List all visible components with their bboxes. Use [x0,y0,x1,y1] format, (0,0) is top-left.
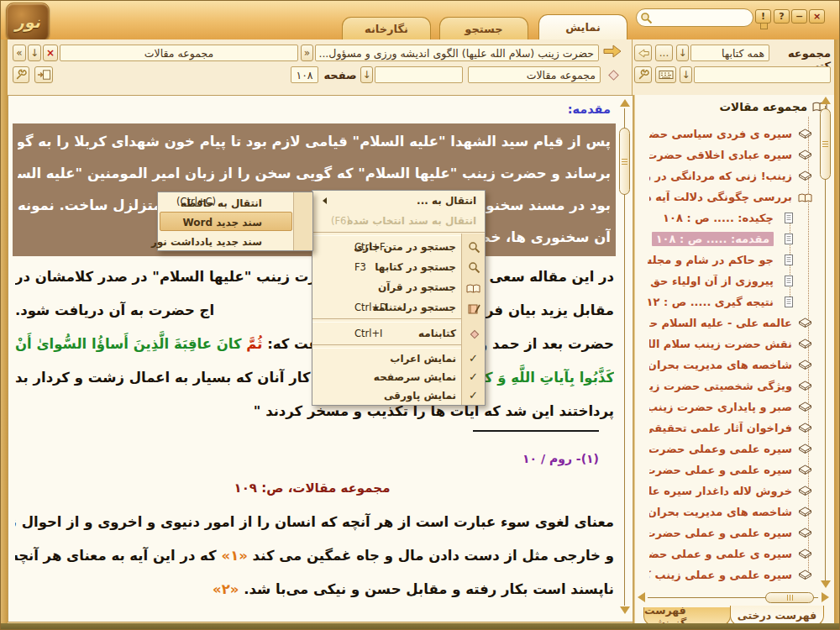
tree-item[interactable]: ویژگی شخصیتی حضرت زینب [638,375,834,396]
tree-item[interactable]: شاخصه های مدیریت بحران بر- [638,501,834,522]
context-menu-item[interactable]: جستجو در قرآن [312,277,485,297]
context-menu-item[interactable]: جستجو درلغتنامهCtrl+D [312,297,485,318]
page-dropdown-button[interactable]: ↓ [360,66,373,83]
tree-item[interactable]: عالمه علی - علیه السلام حضر [638,312,834,333]
tree-item[interactable]: نتیجه گیری ..... ص : ۱۱۲ [638,291,834,312]
tree-item[interactable]: شاخصه های مدیریت بحران بر- [638,354,834,375]
index-sidebar: مجموعه مقالات سیره ی فردی سیاسی حضرت زسی… [635,95,834,624]
context-menu-item[interactable]: کتابنامهCtrl+I [312,323,485,344]
context-menu-item[interactable]: جستجو در متن جاریCtrl+F [312,237,485,257]
tree-item[interactable]: جو حاکم در شام و مجلس یز [638,249,834,270]
goto-page-button[interactable] [34,66,53,83]
expand-button[interactable]: » [301,45,313,61]
book-icon [798,149,812,165]
sidebar-wrench-button[interactable] [634,66,652,83]
tree-item[interactable]: سیره علمی وعملی حضرت زینـ [638,438,834,459]
sidebar-search-field[interactable] [694,66,831,83]
tree-item[interactable]: نقش حضرت زینب سلام الله عل [638,333,834,354]
context-menu-item[interactable]: نمایش پاورقی✓ [312,386,485,405]
context-menu-item[interactable]: انتقال به سند انتخاب شده(F6) [312,211,485,231]
content-scroll-thumb[interactable] [619,128,630,195]
context-menu-item[interactable]: انتقال به ... [312,191,485,211]
sidebar-scroll-down-arrow[interactable] [821,580,831,588]
tree-item[interactable]: بررسی چگونگی دلالت آیه ده ٠ [638,186,834,207]
menu-item-label: نمایش سرصفحه [374,368,456,386]
tab-gallery[interactable]: نگارخانه [342,17,431,39]
books-combo-field[interactable]: همه کتابها [690,45,769,61]
close-button[interactable]: × [809,9,825,24]
alert-button[interactable]: ! [755,9,771,24]
book-icon [798,359,812,375]
menu-item-label: سند جدید یادداشت نور [151,236,262,248]
doc-icon [784,233,794,249]
checkmark-icon: ✓ [469,368,478,386]
virtual-keyboard-button[interactable] [655,66,676,83]
document-title-field[interactable]: حضرت زینب (سلام الله علیها) الگوی اندیشه… [315,45,599,61]
content-scroll-up-arrow[interactable] [620,99,630,107]
tree-item[interactable]: خروش لاله داغدار سیره علمی و [638,480,834,501]
tab-display[interactable]: نمایش [538,14,627,39]
book-icon [798,401,812,417]
tree-item[interactable]: سیره ی فردی سیاسی حضرت ز [638,123,834,144]
more-options-button[interactable]: ... [655,45,673,61]
content-line: پس از قیام سید الشهدا "علیه السلام" قیام… [18,126,611,158]
menu-item-shortcut: (F6) [331,211,350,231]
page-search-field[interactable] [375,66,463,83]
tree-root-label: مجموعه مقالات [720,100,807,113]
window-bottom-edge [1,623,840,630]
context-menu: انتقال به ...انتقال به سند انتخاب شده(F6… [312,190,486,406]
collapse-button[interactable]: « [13,45,26,61]
quick-search-box[interactable] [636,8,753,27]
tree-item[interactable]: پیروزی از آن اولیاء حق اس [638,270,834,291]
tree-item-label: سیره عبادی اخلاقی حضرت زینـ [649,149,792,161]
back-nav-button[interactable] [634,45,652,61]
tree-item[interactable]: چکیده: ..... ص : ۱۰۸ [638,207,834,228]
sidebar-scroll-thumb[interactable] [820,108,831,180]
section-heading: مقدمه: [568,102,611,116]
submenu-item[interactable]: سند جدید Word [158,212,312,231]
tree-item[interactable]: سیره علمی و عملی حضرت زینـ [638,459,834,480]
submenu-item[interactable]: انتقال به حافظه(Ctrl+C) [158,192,312,212]
tab-search[interactable]: جستجو [439,17,528,39]
bookmark-diamond-icon[interactable] [606,68,621,82]
sidebar-hscroll-left-arrow[interactable] [638,592,645,602]
keyboard-icon [659,70,674,80]
tree-item-label: سیره علمی و عملی حضرت زینـ [649,527,792,539]
sidebar-hscroll-thumb[interactable] [765,592,814,603]
context-menu-item[interactable]: جستجو در کتابهاF3 [312,257,485,277]
book-icon [798,170,812,186]
doc-icon [784,212,794,228]
search-input[interactable] [653,11,747,24]
wrench-icon [638,69,649,81]
sidebar-scroll-up-arrow[interactable] [821,97,831,104]
context-menu-item[interactable]: نمایش اعراب✓ [312,349,485,368]
tree-item[interactable]: صبر و پایداری حضرت زینب(بر [638,396,834,417]
collection-field[interactable]: مجموعه مقالات [468,66,601,83]
tree-item[interactable]: سیره ی علمی و عملی حضرت ز: [638,543,834,564]
tree-item[interactable]: سیره عبادی اخلاقی حضرت زینـ [638,144,834,165]
minimize-button[interactable]: − [791,9,807,24]
tree-item[interactable]: زینب! زنی که مردانگی در رکابش [638,165,834,186]
submenu-item[interactable]: سند جدید یادداشت نور [158,231,312,250]
context-menu-item[interactable]: نمایش سرصفحه✓ [312,368,485,386]
book-icon [798,128,812,144]
forward-arrow-icon[interactable] [602,44,622,59]
checkmark-icon: ✓ [469,349,478,368]
tree-item[interactable]: سیره علمی و عملی حضرت زینـ [638,522,834,543]
close-doc-button[interactable]: × [43,45,58,61]
collection-display-field[interactable]: مجموعه مقالات [60,45,298,61]
tree-item-label: نقش حضرت زینب سلام الله عل [649,338,792,350]
help-button[interactable]: ? [774,9,790,24]
sidebar-hscroll-right-arrow[interactable] [822,592,829,602]
books-dropdown-button[interactable]: ↓ [676,45,689,61]
dropdown-button[interactable]: ↓ [28,45,41,61]
settings-wrench-button[interactable] [13,66,29,83]
tree-item[interactable]: سیره علمی و عملی زینب کبری [638,564,834,585]
sidebar-dropdown-button[interactable]: ↓ [680,66,692,83]
tree-item[interactable]: مقدمه: ..... ص : ۱۰۸ [638,228,834,249]
goto-icon [37,69,51,81]
page-number-field[interactable]: ۱۰۸ [291,66,318,83]
tree-root[interactable]: مجموعه مقالات [720,100,827,113]
content-scroll-down-arrow[interactable] [620,606,630,614]
tree-item[interactable]: فراخوان آثار علمی تحقیقی سی [638,417,834,438]
